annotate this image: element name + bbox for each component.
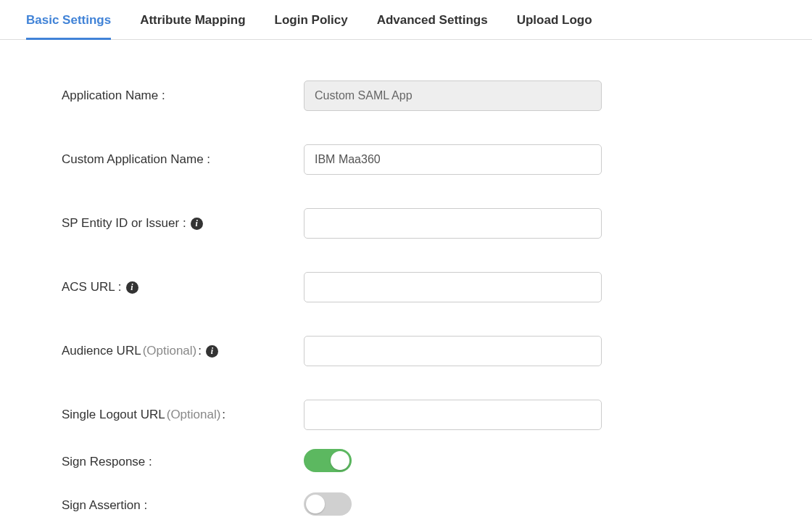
input-acs-url[interactable] [304,272,602,302]
label-single-logout-url: Single Logout URL (Optional) : [62,408,304,422]
info-icon[interactable]: i [126,281,138,294]
tab-basic-settings[interactable]: Basic Settings [26,7,111,40]
label-audience-url: Audience URL (Optional) : i [62,344,304,358]
label-sp-entity-id: SP Entity ID or Issuer : i [62,216,304,231]
form-area: Application Name : Custom Application Na… [0,40,812,519]
info-icon[interactable]: i [206,345,218,358]
input-application-name [304,81,602,111]
input-single-logout-url[interactable] [304,400,602,430]
tab-upload-logo[interactable]: Upload Logo [517,7,592,40]
input-sp-entity-id[interactable] [304,208,602,239]
tabs-bar: Basic Settings Attribute Mapping Login P… [0,0,812,40]
tab-advanced-settings[interactable]: Advanced Settings [377,7,488,40]
toggle-knob [306,495,325,513]
input-audience-url[interactable] [304,336,602,366]
tab-login-policy[interactable]: Login Policy [275,7,348,40]
label-custom-application-name: Custom Application Name : [62,152,304,167]
toggle-knob [331,451,349,470]
label-sign-response: Sign Response : [62,455,304,469]
info-icon[interactable]: i [191,218,203,230]
label-acs-url: ACS URL : i [62,280,304,294]
toggle-sign-response[interactable] [304,449,352,472]
label-application-name: Application Name : [62,88,304,103]
toggle-sign-assertion[interactable] [304,492,352,516]
input-custom-application-name[interactable] [304,144,602,175]
tab-attribute-mapping[interactable]: Attribute Mapping [140,7,245,40]
label-sign-assertion: Sign Assertion : [62,498,304,513]
